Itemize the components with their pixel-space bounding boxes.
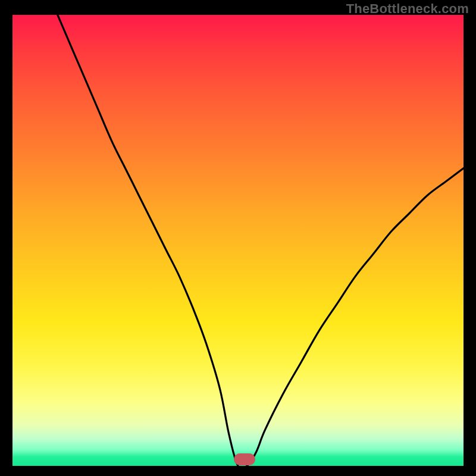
curve-svg: [12, 15, 464, 466]
plot-area: [12, 15, 464, 466]
chart-container: TheBottleneck.com: [0, 0, 476, 476]
optimum-marker: [234, 453, 255, 465]
watermark-text: TheBottleneck.com: [346, 1, 469, 17]
bottleneck-curve: [58, 15, 464, 466]
